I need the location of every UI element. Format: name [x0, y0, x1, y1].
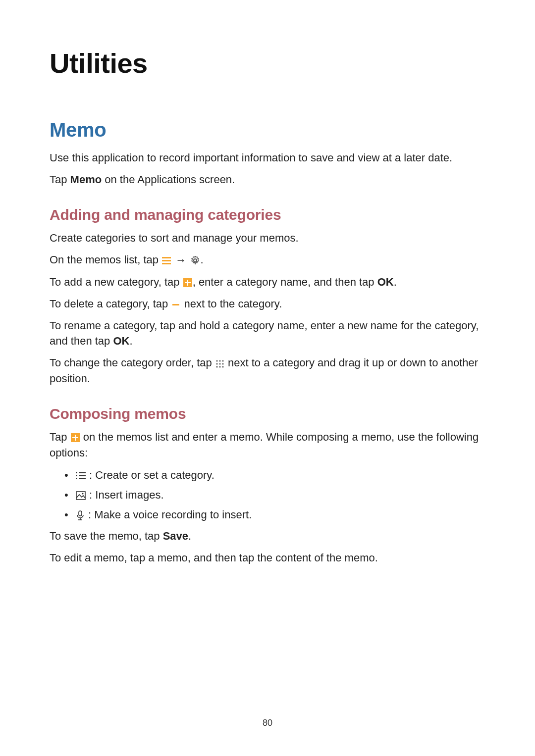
- list-icon: [162, 256, 171, 265]
- composing-options-list: : Create or set a category. : Insert ima…: [50, 467, 485, 523]
- text: , enter a category name, and then tap: [193, 276, 377, 288]
- categories-p4: To delete a category, tap next to the ca…: [50, 296, 485, 312]
- text: .: [394, 276, 397, 288]
- text: To delete a category, tap: [50, 298, 171, 310]
- categories-p3: To add a new category, tap , enter a cat…: [50, 274, 485, 290]
- svg-point-0: [194, 259, 197, 262]
- plus-icon: [183, 278, 192, 287]
- section-title-memo: Memo: [50, 119, 485, 141]
- svg-point-9: [222, 366, 223, 367]
- categories-p5: To rename a category, tap and hold a cat…: [50, 318, 485, 350]
- text: : Make a voice recording to insert.: [85, 508, 252, 521]
- svg-point-4: [216, 363, 217, 364]
- text: Tap: [50, 431, 70, 443]
- list-item: : Make a voice recording to insert.: [64, 506, 485, 523]
- text: next to the category.: [181, 298, 282, 310]
- svg-rect-15: [79, 478, 86, 479]
- composing-p2: To save the memo, tap Save.: [50, 528, 485, 544]
- subsection-title-composing: Composing memos: [50, 405, 485, 422]
- text: : Create or set a category.: [86, 469, 214, 481]
- bold-ok: OK: [377, 276, 394, 288]
- svg-rect-14: [79, 475, 86, 476]
- page-content: Utilities Memo Use this application to r…: [0, 0, 535, 566]
- composing-p3: To edit a memo, tap a memo, and then tap…: [50, 550, 485, 566]
- list-item: : Insert images.: [64, 487, 485, 504]
- plus-icon: [71, 433, 80, 442]
- text: Tap: [50, 173, 70, 186]
- categories-p1: Create categories to sort and manage you…: [50, 230, 485, 246]
- composing-p1: Tap on the memos list and enter a memo. …: [50, 429, 485, 461]
- svg-rect-10: [76, 472, 77, 473]
- svg-point-8: [219, 366, 220, 367]
- svg-rect-12: [76, 478, 77, 479]
- image-icon: [76, 491, 86, 500]
- minus-icon: [171, 300, 180, 309]
- text: .: [188, 530, 191, 542]
- svg-point-2: [219, 360, 220, 361]
- list-item: : Create or set a category.: [64, 467, 485, 484]
- category-icon: [76, 471, 86, 480]
- intro-paragraph-1: Use this application to record important…: [50, 150, 485, 166]
- text: on the memos list and enter a memo. Whil…: [50, 431, 479, 459]
- categories-p2: On the memos list, tap → .: [50, 252, 485, 268]
- drag-handle-icon: [215, 359, 224, 368]
- svg-point-3: [222, 360, 223, 361]
- svg-point-17: [82, 493, 83, 495]
- bold-ok: OK: [113, 335, 129, 347]
- text: To add a new category, tap: [50, 276, 183, 288]
- text: On the memos list, tap: [50, 253, 161, 266]
- chapter-title: Utilities: [50, 47, 485, 79]
- text: .: [200, 253, 203, 266]
- svg-point-5: [219, 363, 220, 364]
- microphone-icon: [76, 510, 85, 520]
- gear-icon: [191, 256, 200, 265]
- svg-point-6: [222, 363, 223, 364]
- svg-rect-11: [76, 475, 77, 476]
- svg-rect-18: [79, 511, 82, 516]
- svg-point-7: [216, 366, 217, 367]
- text: .: [129, 335, 132, 347]
- arrow-icon: →: [175, 252, 186, 268]
- page-number: 80: [0, 718, 535, 728]
- text: To change the category order, tap: [50, 356, 215, 369]
- text: : Insert images.: [86, 489, 164, 501]
- svg-point-1: [216, 360, 217, 361]
- subsection-title-categories: Adding and managing categories: [50, 206, 485, 223]
- bold-save: Save: [163, 530, 188, 542]
- intro-paragraph-2: Tap Memo on the Applications screen.: [50, 172, 485, 188]
- text: To save the memo, tap: [50, 530, 163, 542]
- text: on the Applications screen.: [102, 173, 235, 186]
- categories-p6: To change the category order, tap next t…: [50, 355, 485, 387]
- svg-rect-13: [79, 472, 86, 473]
- bold-memo: Memo: [70, 173, 102, 186]
